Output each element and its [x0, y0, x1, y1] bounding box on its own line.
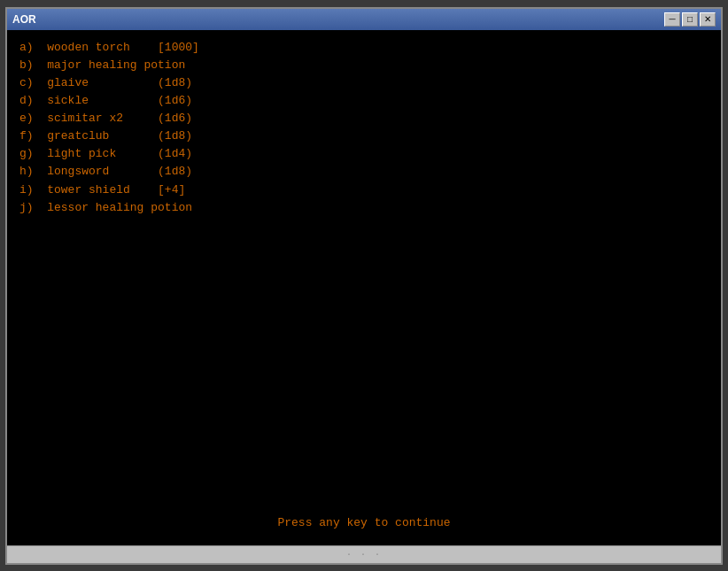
press-continue-text: Press any key to continue [7, 516, 721, 529]
taskbar: · · · [7, 545, 721, 563]
list-item: d) sickle (1d6) [19, 92, 709, 110]
main-window: AOR ─ □ ✕ a) wooden torch [1000]b) major… [5, 7, 723, 565]
list-item: g) light pick (1d4) [19, 145, 709, 163]
minimize-button[interactable]: ─ [664, 12, 680, 27]
item-list: a) wooden torch [1000]b) major healing p… [19, 39, 709, 217]
window-title: AOR [12, 13, 36, 26]
list-item: a) wooden torch [1000] [19, 39, 709, 57]
title-bar: AOR ─ □ ✕ [7, 9, 721, 30]
list-item: e) scimitar x2 (1d6) [19, 110, 709, 127]
list-item: c) glaive (1d8) [19, 74, 709, 92]
maximize-button[interactable]: □ [682, 12, 698, 27]
content-area: a) wooden torch [1000]b) major healing p… [7, 30, 721, 545]
list-item: f) greatclub (1d8) [19, 127, 709, 145]
taskbar-dots: · · · [346, 550, 382, 559]
close-button[interactable]: ✕ [700, 12, 716, 27]
list-item: j) lessor healing potion [19, 199, 709, 217]
list-item: i) tower shield [+4] [19, 181, 709, 199]
list-item: h) longsword (1d8) [19, 163, 709, 181]
list-item: b) major healing potion [19, 57, 709, 74]
window-controls: ─ □ ✕ [664, 12, 716, 27]
